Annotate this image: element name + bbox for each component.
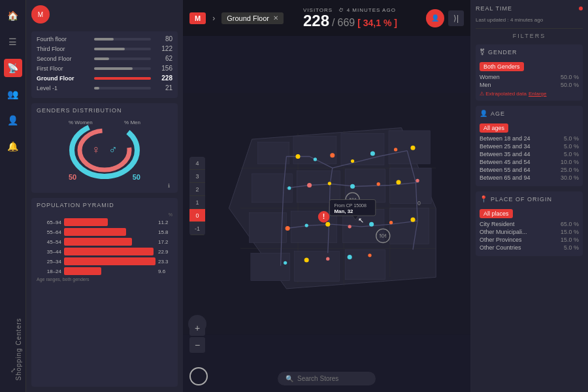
gender-section-title: GENDERS DISTRIBUTION [37, 107, 172, 114]
men-pct: 50 [133, 173, 140, 181]
floor-btn-3[interactable]: 3 [189, 170, 205, 183]
map-building: ! 🍽 🍽 0 From CP 15008 Man, 32 ↖ [183, 36, 470, 392]
women-pct: 50 [69, 173, 76, 181]
pyramid-row-65-94: 65–94 11.2 [37, 218, 172, 226]
real-time-label: REAL TIME [476, 5, 512, 12]
pyramid-row-35-44: 35–44 22.9 [37, 248, 172, 255]
visitor-current: 228 [303, 13, 329, 29]
svg-rect-26 [345, 250, 385, 280]
svg-rect-19 [390, 168, 431, 204]
floor-item-second[interactable]: Second Floor 62 [37, 55, 172, 62]
floor-btn-0[interactable]: 0 [189, 209, 205, 222]
svg-rect-16 [252, 174, 293, 203]
nav-user[interactable]: 👤 [4, 111, 22, 129]
origin-pct: 15.0 % [561, 237, 579, 243]
gender-icon: ⚧ [480, 48, 485, 56]
floor-item-fourth[interactable]: Fourth floor 80 [37, 35, 172, 42]
floor-btn-1[interactable]: 1 [189, 196, 205, 209]
age-pct: 30.0 % [561, 174, 579, 181]
gender-filter-title: ⚧ GENDER [480, 48, 579, 56]
pyramid-range: 65–94 [37, 220, 61, 225]
nav-analytics[interactable]: 📡 [4, 59, 22, 77]
floor-item-third[interactable]: Third Floor 122 [37, 45, 172, 52]
age-label: Between 25 and 34 [480, 143, 531, 150]
origin-active-btn[interactable]: All places [480, 209, 513, 218]
real-time-header: REAL TIME [476, 5, 583, 12]
note-text: ⚠ Extrapolated data [480, 91, 527, 97]
age-title-text: AGE [491, 110, 505, 117]
pyramid-row-25-34: 25–34 23.3 [37, 257, 172, 265]
age-pct: 25.0 % [561, 167, 579, 173]
floor-bar [94, 67, 133, 70]
svg-point-45 [369, 222, 374, 227]
zoom-out-button[interactable]: − [189, 337, 205, 353]
floor-btn-4[interactable]: 4 [189, 157, 205, 170]
pyramid-value: 22.9 [158, 249, 172, 255]
svg-text:↖: ↖ [358, 216, 364, 224]
origin-icon: 📍 [480, 195, 488, 203]
visitor-counts: 228 / 669 [ 34,1 % ] [303, 13, 397, 29]
floor-item-ground[interactable]: Ground Floor 228 [37, 74, 172, 82]
panel-header: M [31, 5, 178, 24]
search-input[interactable] [297, 375, 368, 382]
svg-point-28 [314, 157, 317, 161]
breadcrumb-floor[interactable]: Ground Floor ✕ [221, 12, 284, 24]
gender-title-text: GENDER [488, 49, 517, 56]
nav-expand[interactable]: ⤢ [4, 361, 22, 379]
age-row-3: Between 45 and 54 10.0 % [480, 159, 579, 165]
pyramid-value: 17.2 [158, 239, 172, 245]
nav-menu[interactable]: ☰ [4, 33, 22, 51]
pyramid-value: 23.3 [158, 259, 172, 265]
nav-people[interactable]: 👥 [4, 85, 22, 103]
search-bar[interactable]: 🔍 [278, 372, 376, 385]
age-active-btn[interactable]: All ages [480, 123, 508, 133]
svg-point-33 [410, 146, 415, 150]
floor-item-first[interactable]: First Floor 156 [37, 65, 172, 72]
gender-active-btn[interactable]: Both Genders [480, 62, 524, 71]
age-pct: 5.0 % [564, 135, 579, 142]
floor-item-minus1[interactable]: Level -1 21 [37, 84, 172, 91]
left-panel: M Fourth floor 80 Third Floor 122 Second… [26, 0, 183, 392]
origin-title-text: PLACE OF ORIGIN [491, 196, 552, 203]
pyramid-note: Age ranges, both genders [37, 277, 172, 282]
origin-label: Other Municipali... [480, 229, 527, 235]
age-row-2: Between 35 and 44 5.0 % [480, 151, 579, 157]
floor-name: Ground Floor [37, 75, 89, 82]
floor-bar-container [94, 77, 151, 80]
floor-level-controls: 4 3 2 1 0 -1 [189, 157, 205, 235]
real-time-dot [579, 7, 583, 10]
pyramid-bar-wrap [64, 257, 155, 265]
age-icon: 👤 [480, 110, 488, 117]
pyramid-bar-wrap [64, 248, 155, 255]
origin-pct: 65.0 % [561, 221, 579, 227]
origin-row-2: Other Provinces 15.0 % [480, 237, 579, 243]
age-pct: 10.0 % [561, 159, 579, 165]
enlarge-link[interactable]: Enlarge [529, 91, 547, 97]
breadcrumb-tag[interactable]: M [189, 12, 206, 24]
origin-label: Other Countries [480, 244, 521, 251]
panel-logo: M [31, 5, 50, 24]
svg-point-32 [394, 148, 397, 151]
pyramid-value: 15.8 [158, 229, 172, 235]
svg-point-36 [328, 182, 331, 185]
zoom-in-button[interactable]: + [189, 320, 205, 336]
visitor-total: 669 [337, 17, 355, 29]
nav-home[interactable]: 🏠 [4, 7, 22, 25]
nav-alerts[interactable]: 🔔 [4, 137, 22, 155]
pyramid-bar [64, 238, 132, 246]
svg-point-29 [330, 153, 335, 157]
floor-btn-minus1[interactable]: -1 [189, 222, 205, 235]
close-button[interactable]: ✕ [273, 14, 278, 22]
floor-btn-2[interactable]: 2 [189, 183, 205, 196]
last-updated: Last updated : 4 minutes ago [476, 17, 583, 23]
svg-point-27 [295, 154, 300, 159]
age-filter-title: 👤 AGE [480, 110, 579, 117]
women-label: Women [480, 74, 500, 80]
gender-men-row: Men 50.0 % [480, 82, 579, 88]
svg-text:🍽: 🍽 [380, 232, 386, 239]
origin-row-3: Other Countries 5.0 % [480, 244, 579, 251]
panel-toggle-btn[interactable]: ⟩| [448, 10, 464, 26]
origin-pct: 15.0 % [561, 229, 579, 235]
women-pct: 50.0 % [561, 74, 579, 80]
svg-rect-23 [390, 208, 429, 244]
